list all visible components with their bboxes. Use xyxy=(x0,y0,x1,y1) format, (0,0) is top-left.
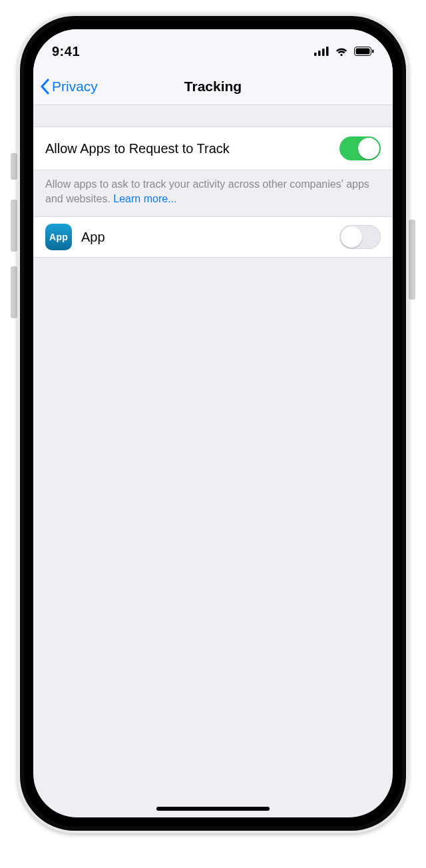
wifi-icon xyxy=(334,46,349,57)
chevron-left-icon xyxy=(40,79,51,95)
svg-rect-3 xyxy=(326,47,329,56)
app-tracking-toggle[interactable] xyxy=(339,225,381,249)
svg-rect-0 xyxy=(314,53,317,56)
phone-mute-switch xyxy=(11,153,17,180)
app-icon: App xyxy=(45,224,72,250)
back-label: Privacy xyxy=(52,79,98,95)
screen: 9:41 xyxy=(33,29,393,817)
apps-list: AppApp xyxy=(33,216,393,258)
battery-icon xyxy=(354,47,374,56)
phone-frame: 9:41 xyxy=(17,13,409,833)
phone-volume-up xyxy=(11,200,17,252)
app-name-label: App xyxy=(81,230,105,245)
svg-rect-1 xyxy=(318,51,321,56)
row-label: Allow Apps to Request to Track xyxy=(45,141,230,156)
svg-rect-2 xyxy=(322,49,325,56)
footer-text: Allow apps to ask to track your activity… xyxy=(45,178,369,204)
learn-more-link[interactable]: Learn more... xyxy=(113,193,176,204)
page-title: Tracking xyxy=(184,79,242,95)
app-row: AppApp xyxy=(33,216,393,258)
content: Allow Apps to Request to Track Allow app… xyxy=(33,105,393,258)
row-allow-apps-to-track: Allow Apps to Request to Track xyxy=(33,126,393,170)
back-button[interactable]: Privacy xyxy=(40,68,98,105)
home-indicator[interactable] xyxy=(156,807,270,811)
status-time: 9:41 xyxy=(52,44,80,59)
phone-side-button xyxy=(409,220,415,300)
app-left: AppApp xyxy=(45,224,105,250)
status-bar: 9:41 xyxy=(33,29,393,68)
svg-rect-5 xyxy=(356,49,370,55)
cellular-icon xyxy=(314,47,329,56)
section-footer: Allow apps to ask to track your activity… xyxy=(33,170,393,216)
svg-rect-6 xyxy=(372,50,374,53)
nav-bar: Privacy Tracking xyxy=(33,68,393,105)
phone-volume-down xyxy=(11,266,17,318)
allow-tracking-toggle[interactable] xyxy=(339,136,381,160)
